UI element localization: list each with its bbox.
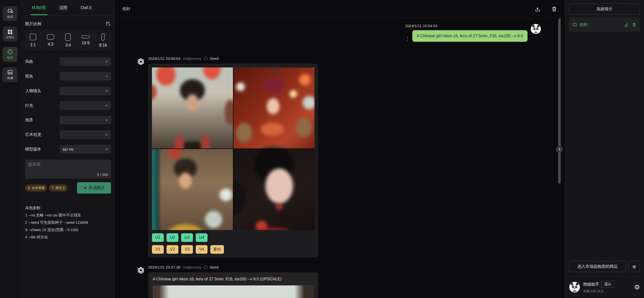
settings-gear-icon[interactable]: ⚙: [634, 283, 640, 291]
message-menu-icon[interactable]: ⋮: [405, 36, 410, 42]
model-version-select-label: 模型版本: [25, 147, 60, 152]
account-row: 熊猫助手 退出 余额:180.31元 ⚙: [569, 277, 640, 293]
generated-image-2[interactable]: [233, 67, 314, 148]
upload-pad-image-label: 自传垫图: [32, 186, 45, 190]
control-panel: MJ绘图 混图 Dall.E 图片比例 1:1 4:3 3:4: [20, 0, 115, 298]
bot-message-time: 2024/1/11 20:56:04: [148, 56, 180, 61]
sidebar-item-chat[interactable]: 对话: [3, 6, 18, 21]
art-level-select[interactable]: [60, 130, 111, 139]
view-angle-select-label: 视角: [25, 74, 60, 79]
aspect-label: 4:3: [48, 42, 53, 47]
nav-rail: 对话 GTPs 绘画 画廊: [0, 0, 20, 298]
aspect-1-1-button[interactable]: 1:1: [25, 30, 41, 50]
generated-image-3[interactable]: [152, 149, 233, 230]
bot-message-time: 2024/1/11 20:57:30: [148, 265, 180, 269]
style-select-label: 风格: [25, 59, 60, 64]
file-plus-icon: [27, 186, 31, 190]
tab-blend[interactable]: 混图: [59, 0, 68, 15]
character-lens-select[interactable]: [60, 87, 111, 95]
quality-select[interactable]: [60, 116, 111, 124]
seed-link[interactable]: Seed: [210, 265, 219, 269]
chat-session-item[interactable]: 你好: [569, 18, 640, 32]
logout-button[interactable]: 退出: [601, 281, 614, 288]
tab-dalle[interactable]: Dall.E: [80, 1, 93, 15]
seed-link[interactable]: Seed: [210, 56, 219, 61]
sidebar-item-draw[interactable]: 绘画: [3, 47, 18, 62]
aspect-9-16-button[interactable]: 9:16: [95, 30, 111, 50]
prompt-counter: 0 / 500: [97, 173, 108, 177]
bot-message-model: midjourney: [183, 265, 201, 269]
preset-import-icon[interactable]: [105, 21, 111, 27]
generated-image-4-art: [233, 149, 314, 230]
generated-image-1[interactable]: [152, 67, 233, 148]
chevron-right-icon: [558, 148, 561, 151]
generated-image-4[interactable]: [233, 149, 314, 230]
aspect-1-1-shape-icon: [30, 34, 36, 40]
app-root: 对话 GTPs 绘画 画廊 MJ绘图 混图 Dall.E 图片比例: [0, 0, 644, 298]
generated-image-1-art: [152, 67, 233, 148]
upload-pad-image-button[interactable]: 自传垫图: [25, 184, 47, 192]
variation-1-button[interactable]: V1: [152, 245, 164, 254]
aspect-label: 1:1: [30, 43, 36, 47]
variation-2-button[interactable]: V2: [167, 245, 178, 254]
generate-image-button[interactable]: 生成图片: [77, 182, 111, 194]
delete-chat-icon[interactable]: [632, 22, 636, 27]
upscale-4-button[interactable]: U4: [196, 233, 208, 242]
chat-title: 你好: [122, 6, 130, 12]
chat-scrollbar[interactable]: [558, 19, 561, 184]
upscale-2-button[interactable]: U2: [167, 233, 178, 242]
image-to-text-button[interactable]: 图生文: [49, 184, 68, 192]
lighting-select-label: 灯光: [25, 103, 60, 108]
style-select[interactable]: [60, 57, 111, 66]
download-icon[interactable]: [535, 6, 541, 12]
chevron-down-icon: [105, 147, 108, 151]
chat-session-icon: [573, 22, 577, 27]
image-to-text-label: 图生文: [56, 186, 65, 190]
aspect-4-3-button[interactable]: 4:3: [43, 30, 59, 50]
collapse-right-panel-button[interactable]: [556, 146, 563, 153]
aspect-16-9-shape-icon: [81, 35, 90, 39]
chevron-down-icon: [105, 74, 108, 78]
variation-3-button[interactable]: V3: [181, 245, 193, 254]
chevron-down-icon: [105, 133, 108, 136]
prompt-box: 0 / 500: [25, 160, 111, 179]
aspect-ratio-label: 图片比例: [25, 21, 41, 27]
tab-mj-draw[interactable]: MJ绘图: [31, 0, 47, 15]
character-lens-select-label: 人物镜头: [25, 88, 60, 94]
bot-message-upscale: 2024/1/11 20:57:30 midjourney Seed A Chi…: [136, 265, 565, 298]
extra-params-line: 1 --no 忽略 --no car 图中不出现车: [25, 211, 111, 219]
upscale-message-card: A Chinese girl nikon z6, lens of 27.5mm,…: [148, 272, 318, 298]
upscale-3-button[interactable]: U3: [181, 233, 193, 242]
sidebar-item-gallery[interactable]: 画廊: [3, 67, 18, 82]
sidebar-item-gtps[interactable]: GTPs: [3, 26, 18, 42]
art-level-select-label: 艺术程度: [25, 132, 60, 137]
close-circle-button[interactable]: ⊗: [628, 261, 640, 272]
aspect-3-4-button[interactable]: 3:4: [60, 30, 76, 50]
bot-message-model: midjourney: [183, 56, 201, 61]
new-chat-button[interactable]: 新建聊天: [569, 4, 640, 15]
model-version-select[interactable]: MJ V6: [60, 145, 111, 154]
edit-icon[interactable]: [624, 22, 629, 27]
sidebar-item-label: 绘画: [7, 56, 13, 60]
upscale-1-button[interactable]: U1: [152, 233, 164, 242]
seed-icon: [204, 57, 207, 60]
redraw-button[interactable]: 重绘: [210, 245, 224, 254]
extra-params-line: 4 --tile 碎片化: [25, 233, 111, 241]
generated-image-3-art: [152, 149, 233, 230]
generated-image-card: U1 U2 U3 U4 V1 V2 V3 V4 重绘: [148, 64, 318, 257]
upscaled-image[interactable]: [153, 285, 314, 298]
chevron-down-icon: [105, 104, 108, 107]
generate-image-label: 生成图片: [89, 185, 105, 191]
trash-icon[interactable]: [551, 6, 557, 12]
account-balance: 余额:180.31元: [583, 289, 614, 293]
aspect-label: 9:16: [99, 43, 107, 48]
user-message-time: 2024/1/11 20:54:53: [405, 24, 437, 28]
market-button[interactable]: 进入市场选购您的商品: [569, 261, 626, 272]
view-angle-select[interactable]: [60, 72, 111, 81]
extra-params-title: 其他参数:: [25, 204, 111, 211]
panel-tabs: MJ绘图 混图 Dall.E: [20, 0, 114, 16]
aspect-16-9-button[interactable]: 16:9: [78, 30, 94, 50]
lighting-select[interactable]: [60, 101, 111, 110]
sidebar-item-label: 画廊: [7, 76, 13, 80]
variation-4-button[interactable]: V4: [196, 245, 208, 254]
